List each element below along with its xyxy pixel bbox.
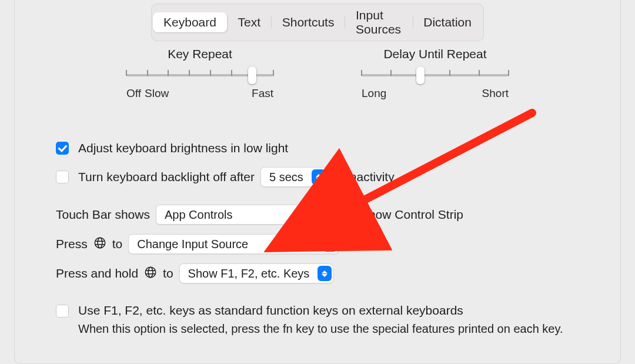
label-use-fn-keys: Use F1, F2, etc. keys as standard functi…	[78, 303, 563, 318]
label-press-suffix: to	[112, 237, 123, 251]
row-use-fn-keys: Use F1, F2, etc. keys as standard functi…	[56, 303, 597, 337]
key-repeat-title: Key Repeat	[168, 47, 232, 61]
tab-text[interactable]: Text	[228, 12, 272, 32]
checkbox-show-control-strip[interactable]	[338, 208, 351, 221]
delay-repeat-group: Delay Until Repeat Long Short	[362, 47, 509, 100]
popup-backlight-timeout[interactable]: 5 secs	[260, 167, 327, 187]
label-backlight-off-before: Turn keyboard backlight off after	[78, 170, 255, 184]
chevron-up-down-icon	[317, 266, 332, 281]
label-press-prefix: Press	[56, 237, 88, 251]
label-press-hold-prefix: Press and hold	[56, 266, 138, 280]
popup-touch-bar-shows[interactable]: App Controls	[156, 205, 315, 225]
globe-icon	[93, 236, 106, 252]
delay-repeat-title: Delay Until Repeat	[383, 47, 486, 61]
key-repeat-off-label: Off	[126, 87, 141, 100]
checkbox-use-fn-keys[interactable]	[56, 305, 69, 318]
checkbox-adjust-brightness[interactable]	[56, 142, 69, 155]
popup-touch-bar-shows-value: App Controls	[165, 208, 299, 222]
svg-point-3	[148, 267, 153, 277]
label-backlight-off-after: of inactivity	[333, 170, 395, 184]
label-touch-bar-shows: Touch Bar shows	[56, 208, 150, 222]
row-press-hold-globe-to: Press and hold to Show F1, F2, etc. Keys	[56, 263, 597, 283]
preferences-panel: Keyboard Text Shortcuts Input Sources Di…	[14, 0, 621, 364]
label-adjust-brightness: Adjust keyboard brightness in low light	[78, 141, 288, 155]
note-use-fn-keys: When this option is selected, press the …	[78, 321, 563, 337]
row-backlight-off: Turn keyboard backlight off after 5 secs…	[56, 167, 597, 187]
popup-press-hold-globe-action-value: Show F1, F2, etc. Keys	[188, 267, 318, 280]
svg-point-0	[95, 238, 105, 248]
chevron-up-down-icon	[323, 236, 337, 252]
row-adjust-brightness: Adjust keyboard brightness in low light	[56, 141, 597, 155]
popup-press-globe-action[interactable]: Change Input Source	[128, 234, 339, 254]
label-show-control-strip: Show Control Strip	[360, 208, 463, 222]
svg-point-2	[145, 267, 155, 277]
sliders-area: Key Repeat Off Slow Fast Delay Until Rep…	[15, 47, 620, 100]
row-touch-bar-shows: Touch Bar shows App Controls Show Contro…	[56, 205, 597, 225]
tab-shortcuts[interactable]: Shortcuts	[272, 12, 345, 32]
popup-press-hold-globe-action[interactable]: Show F1, F2, etc. Keys	[179, 263, 334, 283]
chevron-up-down-icon	[312, 169, 326, 185]
label-press-hold-suffix: to	[163, 266, 173, 280]
globe-icon	[144, 266, 157, 282]
tab-dictation[interactable]: Dictation	[413, 12, 482, 32]
chevron-up-down-icon	[299, 207, 313, 222]
delay-repeat-slider[interactable]	[362, 69, 509, 81]
key-repeat-fast-label: Fast	[252, 87, 273, 100]
delay-repeat-long-label: Long	[362, 87, 386, 100]
tab-bar: Keyboard Text Shortcuts Input Sources Di…	[151, 4, 484, 41]
key-repeat-group: Key Repeat Off Slow Fast	[126, 47, 273, 100]
popup-backlight-timeout-value: 5 secs	[269, 171, 312, 184]
popup-press-globe-action-value: Change Input Source	[137, 238, 323, 251]
tab-keyboard[interactable]: Keyboard	[153, 12, 227, 32]
tab-input-sources[interactable]: Input Sources	[345, 5, 413, 39]
row-press-globe-to: Press to Change Input Source	[56, 234, 597, 254]
key-repeat-slider[interactable]	[126, 69, 273, 81]
svg-point-1	[98, 238, 102, 248]
checkbox-backlight-off[interactable]	[56, 171, 69, 183]
delay-repeat-short-label: Short	[482, 87, 509, 100]
key-repeat-slow-label: Slow	[145, 87, 169, 100]
